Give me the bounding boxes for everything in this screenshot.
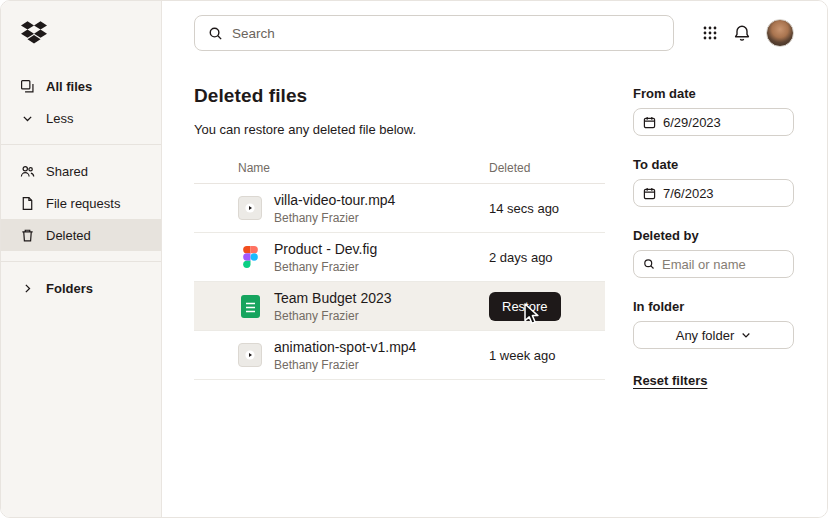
column-header-deleted: Deleted <box>489 161 605 175</box>
deleted-by-label: Deleted by <box>633 228 794 243</box>
divider <box>1 261 161 262</box>
folder-select[interactable]: Any folder <box>633 321 794 349</box>
file-name: Team Budget 2023 <box>274 290 392 307</box>
bell-icon[interactable] <box>733 24 751 42</box>
divider <box>1 144 161 145</box>
chevron-down-icon <box>741 330 751 340</box>
chevron-down-icon <box>19 110 35 126</box>
file-name: villa-video-tour.mp4 <box>274 192 395 209</box>
calendar-icon <box>643 116 656 129</box>
spreadsheet-file-icon <box>238 294 262 318</box>
sidebar-item-label: File requests <box>46 196 120 211</box>
deleted-by-input[interactable] <box>662 257 784 272</box>
sidebar-item-deleted[interactable]: Deleted <box>1 219 161 251</box>
search-box[interactable] <box>194 15 674 51</box>
file-owner: Bethany Frazier <box>274 309 392 323</box>
sidebar: All files Less Shared <box>1 1 162 517</box>
dropbox-logo[interactable] <box>1 19 161 70</box>
main-area: Deleted files You can restore any delete… <box>162 1 827 517</box>
chevron-right-icon <box>19 280 35 296</box>
to-date-label: To date <box>633 157 794 172</box>
sidebar-item-shared[interactable]: Shared <box>1 155 161 187</box>
table-row[interactable]: Team Budget 2023 Bethany Frazier Restore <box>194 282 605 331</box>
table-row[interactable]: animation-spot-v1.mp4 Bethany Frazier 1 … <box>194 331 605 380</box>
content: Deleted files You can restore any delete… <box>194 73 794 517</box>
search-input[interactable] <box>232 26 660 41</box>
people-icon <box>19 163 35 179</box>
topbar-actions <box>702 19 794 47</box>
from-date-label: From date <box>633 86 794 101</box>
table-header: Name Deleted <box>194 161 605 184</box>
file-cell: animation-spot-v1.mp4 Bethany Frazier <box>238 339 489 372</box>
file-owner: Bethany Frazier <box>274 358 416 372</box>
deleted-time: 14 secs ago <box>489 201 605 216</box>
page-title: Deleted files <box>194 85 605 107</box>
video-file-icon <box>238 196 262 220</box>
restore-button[interactable]: Restore <box>489 292 561 321</box>
table-row[interactable]: Product - Dev.fig Bethany Frazier 2 days… <box>194 233 605 282</box>
sidebar-item-less[interactable]: Less <box>1 102 161 134</box>
file-cell: Product - Dev.fig Bethany Frazier <box>238 241 489 274</box>
sidebar-item-label: Shared <box>46 164 88 179</box>
deleted-files-section: Deleted files You can restore any delete… <box>194 73 605 517</box>
deleted-files-table: Name Deleted villa-video-to <box>194 161 605 380</box>
file-cell: Team Budget 2023 Bethany Frazier <box>238 290 489 323</box>
in-folder-label: In folder <box>633 299 794 314</box>
sidebar-item-label: Less <box>46 111 73 126</box>
sidebar-item-all-files[interactable]: All files <box>1 70 161 102</box>
search-icon <box>643 258 655 270</box>
action-cell: Restore <box>489 292 605 321</box>
file-name: animation-spot-v1.mp4 <box>274 339 416 356</box>
figma-file-icon <box>238 245 262 269</box>
topbar <box>194 15 794 51</box>
deleted-by-field[interactable] <box>633 250 794 278</box>
reset-filters-link[interactable]: Reset filters <box>633 373 707 388</box>
apps-grid-icon[interactable] <box>702 25 718 41</box>
page-subtitle: You can restore any deleted file below. <box>194 122 605 137</box>
file-cell: villa-video-tour.mp4 Bethany Frazier <box>238 192 489 225</box>
deleted-time: 1 week ago <box>489 348 605 363</box>
all-files-icon <box>19 78 35 94</box>
search-icon <box>208 26 223 41</box>
sidebar-item-label: All files <box>46 79 92 94</box>
video-file-icon <box>238 343 262 367</box>
file-owner: Bethany Frazier <box>274 211 395 225</box>
table-row[interactable]: villa-video-tour.mp4 Bethany Frazier 14 … <box>194 184 605 233</box>
sidebar-item-label: Folders <box>46 281 93 296</box>
from-date-field[interactable] <box>633 108 794 136</box>
sidebar-item-label: Deleted <box>46 228 91 243</box>
trash-icon <box>19 227 35 243</box>
file-request-icon <box>19 195 35 211</box>
file-owner: Bethany Frazier <box>274 260 377 274</box>
sidebar-item-folders[interactable]: Folders <box>1 272 161 304</box>
filters-panel: From date To date <box>633 73 794 517</box>
avatar[interactable] <box>766 19 794 47</box>
column-header-name: Name <box>238 161 489 175</box>
folder-select-value: Any folder <box>676 328 735 343</box>
from-date-input[interactable] <box>663 115 784 130</box>
sidebar-item-file-requests[interactable]: File requests <box>1 187 161 219</box>
calendar-icon <box>643 187 656 200</box>
deleted-time: 2 days ago <box>489 250 605 265</box>
to-date-field[interactable] <box>633 179 794 207</box>
to-date-input[interactable] <box>663 186 784 201</box>
file-name: Product - Dev.fig <box>274 241 377 258</box>
app-window: All files Less Shared <box>0 0 828 518</box>
